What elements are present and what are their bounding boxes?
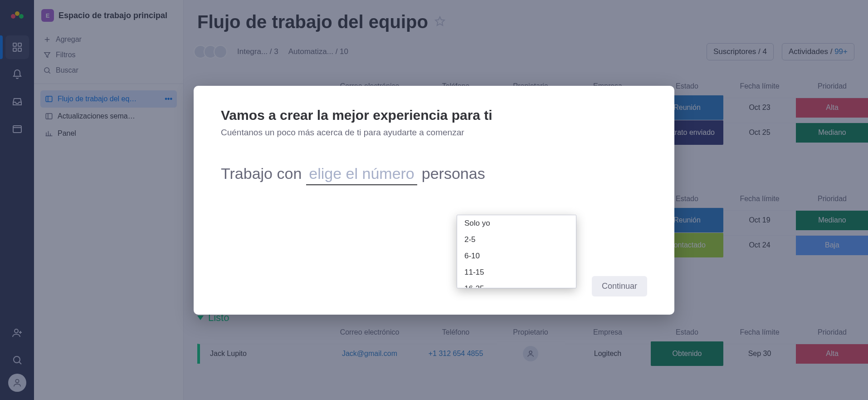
dropdown-option[interactable]: 16-25	[457, 281, 576, 288]
people-count-select[interactable]: elige el número	[306, 165, 417, 185]
dropdown-option[interactable]: 11-15	[457, 264, 576, 281]
sentence-post: personas	[422, 165, 485, 183]
onboarding-modal: Vamos a crear la mejor experiencia para …	[194, 86, 674, 315]
continue-button[interactable]: Continuar	[592, 276, 647, 296]
dropdown-option[interactable]: 6-10	[457, 248, 576, 264]
modal-subtitle: Cuéntanos un poco más acerca de ti para …	[221, 128, 647, 138]
sentence-pre: Trabajo con	[221, 165, 302, 183]
dropdown-option[interactable]: Solo yo	[457, 215, 576, 232]
modal-title: Vamos a crear la mejor experiencia para …	[221, 108, 647, 123]
dropdown-option[interactable]: 2-5	[457, 232, 576, 248]
people-count-dropdown: Solo yo2-56-1011-1516-2526-5051-100	[457, 215, 576, 288]
